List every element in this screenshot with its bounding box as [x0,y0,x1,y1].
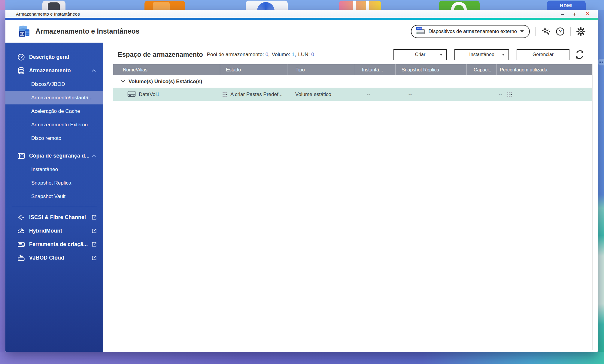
snapshot-value: -- [367,92,370,98]
disk-volume-icon [127,90,136,99]
manage-button-label: Gerenciar [533,52,554,57]
desktop-bottom-strip [0,352,604,364]
sidebar-item-label: Armazenamento [29,68,71,74]
raid-badge-label: RAID [417,27,422,29]
separator: , [268,52,270,58]
sidebar-item-storage[interactable]: Armazenamento [5,64,103,77]
snapshot-camera-icon [17,152,25,160]
refresh-icon[interactable] [575,50,584,59]
sidebar-item-external-storage[interactable]: Armazenamento Externo [5,118,103,131]
pool-count-value: 0 [266,52,268,58]
sidebar-item-label: Descrição geral [29,54,69,60]
storage-snapshots-app-icon: IO [17,24,31,39]
raid-drive-icon: RAID [415,26,425,37]
table-row[interactable]: DataVol1 A criar Pastas Predef... Volume… [113,88,592,101]
desktop-corner [0,0,5,10]
create-button[interactable]: Criar [393,49,447,60]
minimize-button[interactable]: – [561,11,564,17]
desktop-shortcut-icon[interactable] [144,1,185,10]
window-titlebar[interactable]: Armazenamento e Instantâneos – + ✕ [5,10,598,18]
desktop-edge-handle[interactable] [598,59,604,65]
sidebar-item-label: HybridMount [29,228,62,234]
storage-summary: Pool de armazenamento: 0 , Volume: 1 , L… [207,52,314,58]
svg-text:?: ? [559,29,562,34]
section-title: Espaço de armazenamento [118,51,203,59]
sidebar-item-storage-snapshots[interactable]: Armazenamento/Instantâ... [5,91,103,104]
used-value: -- [499,92,502,98]
storage-space-toolbar: Espaço de armazenamento Pool de armazena… [103,43,598,62]
sidebar-item-snapshot[interactable]: Instantâneo [5,163,103,176]
sidebar-item-label: Instantâneo [31,167,58,173]
window-title: Armazenamento e Instantâneos [5,11,80,17]
external-link-icon [91,255,97,261]
desktop-top-strip: HDMI [0,0,604,10]
page-title: Armazenamento e Instantâneos [35,27,139,35]
app-icon-label: IO [21,33,23,35]
sidebar-item-remote-disk[interactable]: Disco remoto [5,131,103,145]
sidebar-item-label: Ferramenta de criaçã... [29,241,88,248]
sidebar-item-cache-acceleration[interactable]: Aceleração de Cache [5,104,103,118]
volume-count-value: 1 [292,52,294,58]
separator: , [295,52,296,58]
desktop-shortcut-icon[interactable] [246,1,288,10]
column-header-percent-used[interactable]: Percentagem utilizada [496,64,593,75]
sidebar-item-ssd-tool[interactable]: SSD Ferramenta de criaçã... [5,238,103,251]
lun-count-label: LUN: [298,52,310,58]
column-header-status[interactable]: Estado [220,64,287,75]
sidebar-item-disks-vjbod[interactable]: Discos/VJBOD [5,77,103,91]
chevron-down-icon [120,78,126,85]
maximize-button[interactable]: + [573,11,576,17]
lun-count-value: 0 [311,52,314,58]
sidebar-item-hybridmount[interactable]: HybridMount [5,224,103,238]
smart-assistant-wand-icon[interactable] [541,27,551,36]
caret-down-icon [440,54,443,56]
desktop-shortcut-icon[interactable] [42,1,65,10]
snapshot-button[interactable]: Instantâneo [454,49,509,60]
column-header-snapshot-replica[interactable]: Snapshot Replica [395,64,466,75]
help-icon[interactable]: ? [555,27,565,36]
external-link-icon [91,241,97,248]
loading-spinner-icon [507,92,512,97]
sidebar-item-label: Cópia de segurança d... [29,153,90,159]
snapshot-button-label: Instantâneo [469,52,494,57]
sidebar-item-snapshot-vault[interactable]: Snapshot Vault [5,190,103,203]
volume-status-cell: A criar Pastas Predef... [220,88,287,101]
sidebar-item-label: iSCSI & Fibre Channel [29,214,86,221]
column-header-name-alias[interactable]: Nome/Alias [113,64,220,75]
table-header-row: Nome/Alias Estado Tipo Instantâ... Snaps… [113,64,592,75]
external-storage-devices-dropdown[interactable]: RAID Dispositivos de armazenamento exter… [411,25,530,38]
cloud-mount-icon [17,227,25,235]
manage-button[interactable]: Gerenciar [517,49,569,60]
sidebar-item-label: Armazenamento/Instantâ... [31,95,93,101]
sidebar-item-backup[interactable]: Cópia de segurança d... [5,149,103,163]
sidebar-item-overview[interactable]: Descrição geral [5,50,103,64]
sidebar-item-snapshot-replica[interactable]: Snapshot Replica [5,176,103,190]
replica-value: -- [408,92,412,98]
window-body: Descrição geral Armazenamento [5,43,598,352]
volume-name: DataVol1 [139,92,159,98]
desktop-shortcut-icon[interactable] [439,1,480,10]
create-button-label: Criar [415,52,426,57]
volume-used-cell: -- [496,88,593,101]
storage-snapshots-window: Armazenamento e Instantâneos – + ✕ [5,10,598,352]
volume-replica-cell: -- [395,88,466,101]
svg-text:SSD: SSD [19,243,22,245]
sidebar: Descrição geral Armazenamento [5,43,103,352]
gear-icon[interactable] [576,27,586,36]
column-header-capacity[interactable]: Capaci... [466,64,496,75]
pool-count-label: Pool de armazenamento: [207,52,264,58]
column-header-type[interactable]: Tipo [287,64,355,75]
desktop-shortcut-icon[interactable] [339,1,381,10]
sidebar-item-label: Aceleração de Cache [31,108,80,114]
desktop-shortcut-icon-hdmi[interactable]: HDMI [547,1,586,10]
sidebar-item-label: Snapshot Replica [31,180,71,186]
sidebar-item-label: Discos/VJBOD [31,81,65,87]
sidebar-item-iscsi-fibre-channel[interactable]: iSCSI & Fibre Channel [5,211,103,224]
column-header-snapshot[interactable]: Instantâ... [355,64,395,75]
volume-group-row[interactable]: Volume(s) Único(s) Estático(s) [113,75,592,88]
sidebar-item-vjbod-cloud[interactable]: VJBOD Cloud [5,251,103,265]
sidebar-item-label: Snapshot Vault [31,194,65,200]
volume-type-cell: Volume estático [287,88,355,101]
close-button[interactable]: ✕ [585,11,590,17]
volume-status: A criar Pastas Predef... [230,92,283,98]
